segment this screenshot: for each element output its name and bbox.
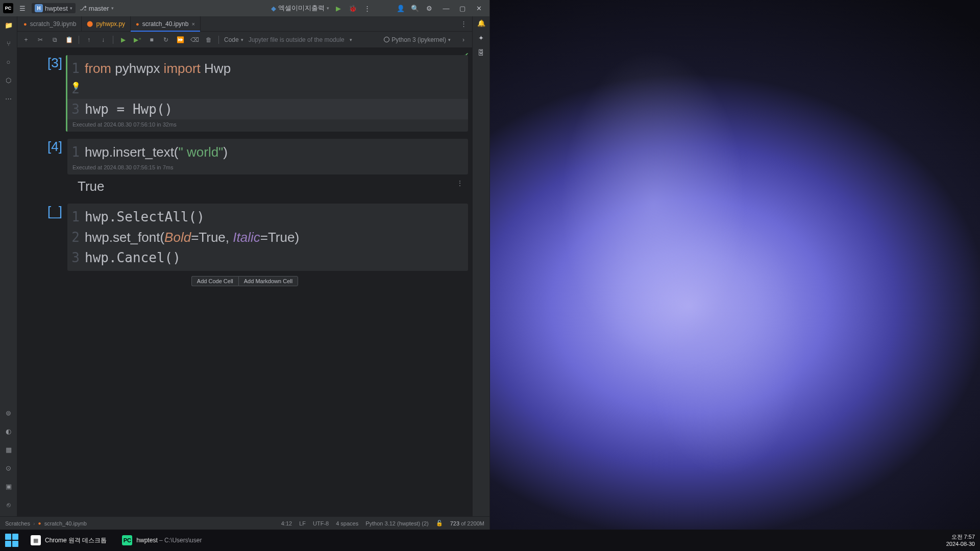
add-markdown-cell-button[interactable]: Add Markdown Cell: [238, 276, 298, 286]
project-selector[interactable]: H hwptest ▾: [32, 3, 76, 13]
settings-icon[interactable]: ⚙: [424, 3, 434, 13]
jupyter-icon: ●: [38, 520, 41, 526]
intention-bulb-icon[interactable]: 💡: [71, 82, 80, 90]
delete-cell-icon[interactable]: 🗑: [204, 35, 213, 44]
move-up-icon[interactable]: ↑: [84, 35, 93, 44]
file-outside-module-notice: Jupyter file is outside of the module: [249, 36, 345, 43]
cell-body[interactable]: 1 hwp.insert_text(" world") Executed at …: [67, 139, 468, 174]
breadcrumb[interactable]: Scratches › ● scratch_40.ipynb: [5, 520, 87, 527]
cursor-position[interactable]: 4:12: [281, 520, 292, 527]
chevron-down-icon: ▾: [111, 6, 114, 11]
line-separator[interactable]: LF: [299, 520, 306, 527]
run-all-icon[interactable]: ⏩: [176, 35, 185, 44]
code-line[interactable]: [85, 79, 468, 99]
kernel-status-icon: [384, 37, 389, 42]
code-line[interactable]: hwp = Hwp(): [85, 99, 468, 119]
tab-scratch-40[interactable]: ● scratch_40.ipynb ×: [131, 16, 201, 31]
terminal-icon[interactable]: ⊙: [3, 462, 14, 473]
kernel-selector[interactable]: Python 3 (ipykernel) ▾: [384, 36, 451, 43]
code-line[interactable]: from pyhwpx import Hwp: [85, 58, 468, 79]
chevron-down-icon[interactable]: ▾: [350, 37, 352, 42]
python-packages-icon[interactable]: ◐: [3, 425, 14, 437]
commit-tool-icon[interactable]: ○: [3, 56, 14, 67]
add-cell-icon[interactable]: +: [21, 35, 31, 44]
exec-count-label: [_]: [47, 204, 62, 219]
taskbar-app-chrome-remote[interactable]: ▦ Chrome 원격 데스크톱: [26, 533, 112, 547]
vcs-branch-selector[interactable]: ⎇ master ▾: [80, 5, 114, 12]
main-menu-icon[interactable]: ☰: [17, 3, 28, 13]
readonly-lock-icon[interactable]: 🔓: [436, 520, 443, 527]
run-config-selector[interactable]: ◆ 엑셀이미지출력 ▾: [271, 4, 329, 13]
line-number: 1: [67, 207, 85, 227]
problems-icon[interactable]: ▣: [3, 481, 14, 492]
stop-icon[interactable]: ■: [147, 35, 156, 44]
run-button[interactable]: ▶: [333, 3, 344, 13]
tab-scratch-39[interactable]: ● scratch_39.ipynb: [18, 16, 82, 31]
notebook-body[interactable]: ✔ [3] 💡 1 from pyhwpx import Hwp 2: [17, 48, 472, 516]
python-console-icon[interactable]: ⊚: [3, 407, 14, 418]
left-tool-rail: 📁 ⑂ ○ ⬡ ⋯ ⊚ ◐ ▦ ⊙ ▣ ⎋: [0, 16, 17, 516]
pull-requests-icon[interactable]: ⬡: [3, 74, 14, 86]
start-button[interactable]: [5, 534, 18, 547]
code-cell[interactable]: [_] 1 hwp.SelectAll() 2 hwp.set_font(Bol…: [32, 204, 468, 271]
crumb-item[interactable]: scratch_40.ipynb: [44, 520, 87, 527]
expand-icon[interactable]: ›: [459, 35, 468, 44]
code-line[interactable]: hwp.insert_text(" world"): [85, 142, 468, 162]
copy-icon[interactable]: ⧉: [50, 35, 59, 44]
code-cell[interactable]: [4] 1 hwp.insert_text(" world") Executed…: [32, 139, 468, 174]
add-code-cell-button[interactable]: Add Code Cell: [191, 276, 238, 286]
line-number: 1: [67, 142, 85, 162]
cut-icon[interactable]: ✂: [36, 35, 45, 44]
indent-setting[interactable]: 4 spaces: [336, 520, 358, 527]
clear-output-icon[interactable]: ⌫: [190, 35, 199, 44]
ai-assistant-icon[interactable]: ✦: [478, 34, 484, 42]
system-tray-clock[interactable]: 오전 7:57 2024-08-30: [946, 533, 975, 547]
crumb-item[interactable]: Scratches: [5, 520, 30, 527]
cell-type-selector[interactable]: Code ▾: [224, 36, 243, 43]
interpreter-label[interactable]: Python 3.12 (hwptest) (2): [365, 520, 429, 527]
cell-body[interactable]: 💡 1 from pyhwpx import Hwp 2 3 hwp = Hwp…: [66, 55, 468, 132]
taskbar-app-label: hwptest – C:\Users\user: [136, 537, 202, 544]
restart-icon[interactable]: ↻: [161, 35, 170, 44]
paste-icon[interactable]: 📋: [64, 35, 74, 44]
tab-pyhwpx[interactable]: ⬤ pyhwpx.py: [82, 16, 131, 31]
kernel-label: Python 3 (ipykernel): [391, 36, 446, 43]
close-button[interactable]: ✕: [471, 2, 486, 14]
taskbar-app-pycharm[interactable]: PC hwptest – C:\Users\user: [117, 533, 207, 547]
windows-taskbar: ▦ Chrome 원격 데스크톱 PC hwptest – C:\Users\u…: [0, 530, 980, 551]
services-icon[interactable]: ▦: [3, 444, 14, 455]
jupyter-icon: ●: [23, 21, 27, 27]
move-down-icon[interactable]: ↓: [99, 35, 108, 44]
memory-indicator[interactable]: 723 of 2200M: [450, 520, 484, 527]
more-actions-icon[interactable]: ⋮: [362, 3, 372, 13]
run-config-label: 엑셀이미지출력: [278, 4, 325, 13]
tab-overflow-icon[interactable]: ⋮: [455, 16, 472, 31]
structure-tool-icon[interactable]: ⑂: [3, 38, 14, 49]
output-menu-icon[interactable]: ⋮: [457, 180, 463, 187]
code-line[interactable]: hwp.Cancel(): [85, 247, 468, 268]
minimize-button[interactable]: —: [438, 2, 454, 14]
notebook-toolbar: + ✂ ⧉ 📋 ↑ ↓ ▶ ▶⁺ ■ ↻ ⏩ ⌫ 🗑 Code ▾: [17, 32, 472, 48]
code-line[interactable]: hwp.SelectAll(): [85, 207, 468, 227]
file-encoding[interactable]: UTF-8: [313, 520, 329, 527]
project-name-label: hwptest: [45, 5, 68, 12]
add-cell-buttons: Add Code Cell Add Markdown Cell: [17, 276, 472, 286]
search-icon[interactable]: 🔍: [410, 3, 420, 13]
code-line[interactable]: hwp.set_font(Bold=True, Italic=True): [85, 227, 468, 247]
project-tool-icon[interactable]: 📁: [3, 19, 14, 31]
debug-cell-icon[interactable]: ▶⁺: [133, 35, 142, 44]
code-with-me-icon[interactable]: 👤: [396, 3, 406, 13]
notifications-icon[interactable]: 🔔: [477, 19, 485, 27]
tab-label: scratch_40.ipynb: [142, 20, 189, 28]
cell-body[interactable]: 1 hwp.SelectAll() 2 hwp.set_font(Bold=Tr…: [67, 204, 468, 271]
run-cell-icon[interactable]: ▶: [118, 35, 128, 44]
more-tools-icon[interactable]: ⋯: [3, 93, 14, 104]
database-icon[interactable]: 🗄: [478, 49, 484, 57]
close-tab-icon[interactable]: ×: [191, 21, 194, 27]
chevron-down-icon: ▾: [327, 6, 329, 11]
debug-button[interactable]: 🐞: [348, 3, 358, 13]
code-cell[interactable]: [3] 💡 1 from pyhwpx import Hwp 2 3: [32, 55, 468, 132]
chrome-remote-icon: ▦: [31, 535, 41, 545]
maximize-button[interactable]: ▢: [455, 2, 470, 14]
vcs-icon[interactable]: ⎋: [3, 499, 14, 510]
